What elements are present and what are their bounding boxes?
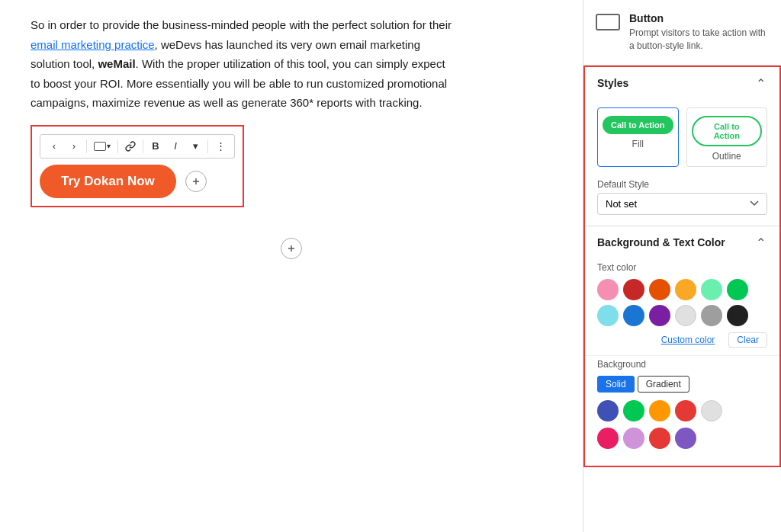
- email-marketing-link[interactable]: email marketing practice: [31, 38, 155, 51]
- bg-swatch-lavender[interactable]: [623, 428, 644, 449]
- toolbar-separator-3: [143, 139, 143, 153]
- color-section-header: Background & Text Color ⌃: [585, 226, 779, 259]
- main-content: So in order to provide the business-mind…: [0, 0, 583, 532]
- block-toolbar: ‹ › ▾ B I ▾ ⋮: [40, 134, 235, 159]
- cta-block-wrapper: Try Dokan Now: [40, 165, 235, 198]
- style-fill-label: Fill: [632, 139, 644, 149]
- color-section-title: Background & Text Color: [597, 236, 725, 248]
- bg-swatch-red2[interactable]: [649, 428, 670, 449]
- add-block-center-button[interactable]: [281, 238, 302, 259]
- color-swatch-light-gray[interactable]: [675, 305, 696, 326]
- button-type-icon: [596, 14, 620, 30]
- style-outline-label: Outline: [712, 151, 741, 162]
- toolbar-next-button[interactable]: ›: [65, 137, 83, 155]
- solid-tab[interactable]: Solid: [597, 376, 635, 393]
- color-swatch-dark-red[interactable]: [623, 279, 644, 300]
- style-outline-option[interactable]: Call to Action Outline: [686, 107, 768, 167]
- background-section: Background Solid Gradient: [585, 355, 779, 466]
- bg-swatch-orange[interactable]: [649, 400, 670, 421]
- cta-block-selected: ‹ › ▾ B I ▾ ⋮ Try Dokan Now: [31, 125, 244, 207]
- plus-icon-inline: [191, 176, 201, 187]
- button-type-title: Button: [629, 12, 769, 24]
- color-swatch-mint[interactable]: [701, 279, 722, 300]
- color-swatch-light-blue[interactable]: [597, 305, 619, 326]
- color-swatch-yellow[interactable]: [675, 279, 696, 300]
- bg-color-grid-row2: [597, 428, 767, 449]
- toolbar-prev-button[interactable]: ‹: [45, 137, 63, 155]
- default-style-row: Default Style Not set Fill Outline: [585, 175, 779, 226]
- color-collapse-button[interactable]: ⌃: [754, 234, 767, 252]
- toolbar-separator-4: [207, 139, 208, 153]
- toolbar-link-button[interactable]: [121, 137, 140, 155]
- styles-section: Styles ⌃ Call to Action Fill Call to Act…: [583, 66, 781, 467]
- cta-main-button[interactable]: Try Dokan Now: [40, 165, 176, 198]
- color-swatch-blue[interactable]: [623, 305, 644, 326]
- default-style-select[interactable]: Not set Fill Outline: [597, 193, 767, 215]
- sidebar-top: Button Prompt visitors to take action wi…: [583, 0, 781, 66]
- bg-swatch-red[interactable]: [675, 400, 696, 421]
- link-icon: [125, 141, 136, 152]
- style-fill-preview: Call to Action: [603, 116, 673, 134]
- styles-collapse-button[interactable]: ⌃: [754, 75, 767, 92]
- color-swatch-green[interactable]: [727, 279, 748, 300]
- text-color-subsection: Text color Custom color: [585, 259, 779, 355]
- text-color-grid: [597, 279, 767, 326]
- styles-section-title: Styles: [597, 77, 628, 89]
- add-block-center-area: [31, 238, 552, 259]
- toolbar-more-button[interactable]: ▾: [186, 137, 204, 155]
- toolbar-options-button[interactable]: ⋮: [211, 137, 230, 155]
- color-swatch-pink[interactable]: [597, 279, 619, 300]
- color-swatch-orange[interactable]: [649, 279, 670, 300]
- add-block-inline-button[interactable]: [185, 171, 207, 192]
- button-type-info: Button Prompt visitors to take action wi…: [629, 12, 769, 53]
- background-label: Background: [597, 359, 767, 370]
- toolbar-separator-2: [117, 139, 118, 153]
- custom-color-button[interactable]: Custom color: [654, 332, 723, 348]
- style-outline-preview: Call to Action: [692, 116, 763, 146]
- toolbar-italic-button[interactable]: I: [166, 137, 185, 155]
- bg-swatch-green[interactable]: [623, 400, 644, 421]
- color-section: Background & Text Color ⌃ Text color: [585, 226, 779, 466]
- right-sidebar: Button Prompt visitors to take action wi…: [583, 0, 781, 532]
- toolbar-block-button[interactable]: ▾: [90, 137, 114, 155]
- button-type-desc: Prompt visitors to take action with a bu…: [629, 27, 769, 53]
- bg-swatch-pink[interactable]: [597, 428, 619, 449]
- bg-tabs: Solid Gradient: [597, 376, 767, 393]
- button-type-row: Button Prompt visitors to take action wi…: [596, 12, 769, 53]
- color-swatch-dark[interactable]: [727, 305, 748, 326]
- styles-grid: Call to Action Fill Call to Action Outli…: [585, 100, 779, 175]
- color-swatch-gray[interactable]: [701, 305, 722, 326]
- bg-swatch-indigo[interactable]: [597, 400, 619, 421]
- bg-swatch-light-gray[interactable]: [701, 400, 722, 421]
- plus-icon-center: [286, 243, 297, 254]
- text-color-label: Text color: [597, 262, 767, 273]
- bg-swatch-violet[interactable]: [675, 428, 696, 449]
- bg-color-grid-row1: [597, 400, 767, 421]
- style-fill-option[interactable]: Call to Action Fill: [597, 107, 679, 167]
- color-actions: Custom color Clear: [597, 332, 767, 348]
- toolbar-bold-button[interactable]: B: [146, 137, 165, 155]
- styles-section-header: Styles ⌃: [585, 67, 779, 100]
- color-swatch-purple[interactable]: [649, 305, 670, 326]
- clear-color-button[interactable]: Clear: [728, 332, 767, 348]
- toolbar-separator-1: [86, 139, 87, 153]
- default-style-label: Default Style: [597, 179, 767, 190]
- content-paragraph: So in order to provide the business-mind…: [31, 15, 458, 113]
- gradient-tab[interactable]: Gradient: [638, 376, 689, 393]
